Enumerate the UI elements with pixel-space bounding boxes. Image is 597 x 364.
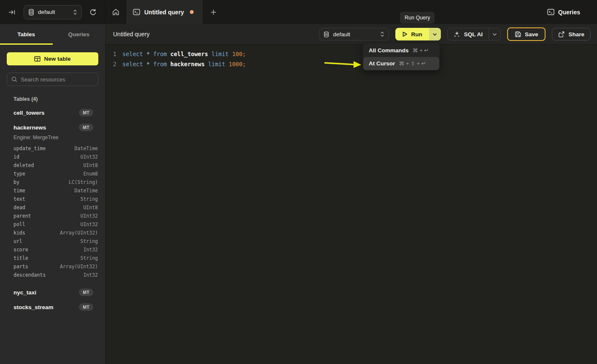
sql-editor[interactable]: 1select * from cell_towers limit 100;2se… [105,45,597,364]
run-label: Run [411,31,422,38]
code-text: select * from hackernews limit 1000; [116,61,246,67]
tab-untitled-query[interactable]: Untitled query [126,0,203,24]
column-row: update_timeDateTime [0,144,105,153]
column-row: titleString [0,254,105,262]
sql-ai-button[interactable]: SQL AI [448,28,489,40]
token-keyword: select [122,61,146,67]
token-number: 1000 [229,61,243,67]
header-database-selector[interactable]: default [319,28,389,40]
column-name: parent [14,213,31,219]
column-list: update_timeDateTimeidUInt32deletedUInt8t… [0,144,105,279]
database-icon [324,31,329,38]
sidebar: Tables Queries New table Tables (4) cell… [0,24,105,364]
column-type: LC(String) [69,179,98,185]
column-name: update_time [14,146,46,151]
table-row[interactable]: cell_towersMT [0,108,105,117]
menu-item-label: All Commands [369,47,409,54]
token-number: 100 [232,51,242,57]
column-type: String [80,196,98,202]
column-type: UInt8 [83,162,98,168]
sql-ai-split-button: SQL AI [447,28,501,40]
table-grid-icon [34,56,41,62]
header-controls: default Run [319,27,591,41]
column-row: pollUInt32 [0,220,105,229]
share-label: Share [568,31,584,38]
column-name: time [14,188,25,194]
tab-home[interactable] [105,0,126,24]
sql-ai-label: SQL AI [464,31,483,38]
header-database-value: default [333,31,376,38]
sidebar-tab-tables[interactable]: Tables [0,24,53,45]
table-row[interactable]: hackernewsMT [0,123,105,132]
column-name: dead [14,205,25,210]
engine-label: Engine: MergeTree [14,135,98,140]
column-row: deadUInt8 [0,203,105,212]
topbar-database-value: default [38,9,69,15]
main-area: Untitled query default [105,24,597,364]
home-icon [112,8,119,16]
column-name: score [14,247,28,253]
token-table: hackernews [170,61,208,67]
sidebar-tabs: Tables Queries [0,24,105,45]
menu-item-shortcut: ⌘ + ↵ [413,47,429,54]
column-row: byLC(String) [0,178,105,186]
queries-label: Queries [558,9,580,16]
collapse-sidebar-button[interactable] [7,7,18,17]
refresh-button[interactable] [88,7,98,17]
sql-ai-options-button[interactable] [489,28,500,40]
queries-link[interactable]: Queries [547,9,580,16]
run-options-button[interactable] [429,28,441,40]
collapse-sidebar-icon [8,9,16,16]
tables-section-label: Tables (4) [14,96,98,102]
search-box [7,73,98,86]
unsaved-dot [190,10,194,14]
code-text: select * from cell_towers limit 100; [116,51,246,57]
query-title: Untitled query [113,31,149,38]
new-tab-button[interactable] [203,0,224,24]
token-punct: ; [243,51,246,57]
column-name: url [14,238,22,244]
sidebar-tab-queries[interactable]: Queries [53,24,105,45]
topbar-right: Queries [547,0,597,24]
column-type: UInt32 [80,154,98,160]
token-keyword: from [153,51,170,57]
new-table-label: New table [44,56,70,62]
table-row[interactable]: nyc_taxiMT [0,288,105,297]
column-name: deleted [14,162,34,168]
column-name: descendants [14,272,46,278]
run-split-button: Run [395,28,440,40]
line-number: 2 [105,61,116,67]
column-name: type [14,171,25,177]
queries-terminal-icon [547,9,554,15]
code-line: 1select * from cell_towers limit 100; [105,49,597,59]
column-row: partsArray(UInt32) [0,262,105,271]
search-input[interactable] [21,76,95,83]
token-keyword: limit [211,51,232,57]
new-table-button[interactable]: New table [7,52,98,65]
column-row: descendantsInt32 [0,271,105,279]
share-button[interactable]: Share [552,28,591,40]
column-row: parentUInt32 [0,212,105,220]
run-button[interactable]: Run [395,28,429,40]
column-name: parts [14,264,28,270]
main-header: Untitled query default [105,24,597,45]
column-row: textString [0,195,105,203]
share-icon [558,31,565,38]
topbar-database-selector[interactable]: default [24,5,82,19]
save-floppy-icon [515,31,521,38]
play-icon [402,31,408,37]
menu-item-all-commands[interactable]: All Commands⌘ + ↵ [363,44,439,57]
updown-chevron-icon [73,9,77,15]
table-name: stocks_stream [14,304,54,310]
updown-chevron-icon [380,31,384,37]
column-type: String [80,238,98,244]
engine-badge: MT [79,109,93,116]
token-punct: ; [243,61,246,67]
column-name: poll [14,221,25,227]
table-row[interactable]: stocks_streamMT [0,303,105,311]
column-row: idUInt32 [0,153,105,161]
search-icon [11,76,17,82]
save-button[interactable]: Save [507,27,546,41]
menu-item-at-cursor[interactable]: At Cursor⌘ + ⇧ + ↵ [363,57,439,70]
column-type: Int32 [83,272,98,278]
